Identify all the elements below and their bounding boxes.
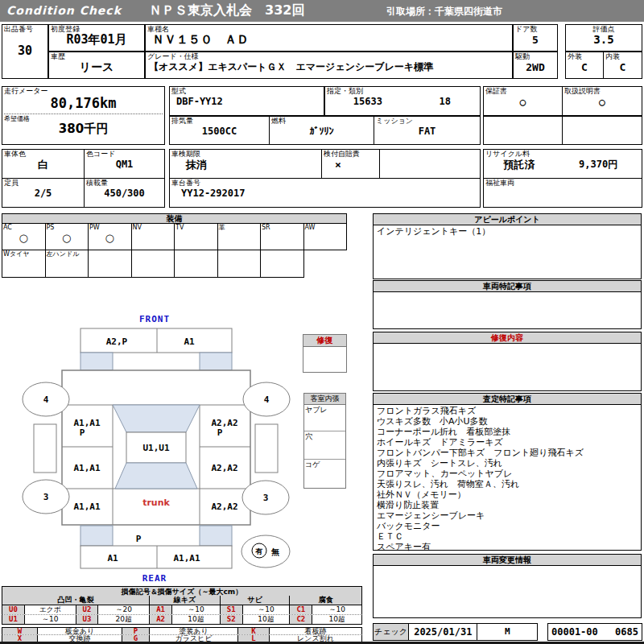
legend-code: C1: [290, 605, 312, 614]
equipment-cell-empty: [218, 250, 262, 277]
doors-label: ドア数: [514, 25, 557, 34]
assessment-line: フロアマット、カーペットヤブレ: [377, 469, 638, 479]
assessment-notes-list: フロントガラス飛石キズ ウスキズ多数 小A小U多数 コーナーポール折れ 看板部塗…: [374, 405, 641, 553]
sheet-code: 00001-00: [548, 624, 598, 640]
left-front-door-damage: A1,A1: [73, 418, 100, 428]
exterior-grade-value: C: [566, 61, 603, 73]
legend-mark-row-1: W 板金あり P 塗装あり K 看板跡: [2, 627, 362, 635]
equipment-cell-sr: SR: [261, 224, 304, 250]
drive-value: 2WD: [514, 61, 557, 73]
pickup-location: 引取場所：千葉県四街道市: [386, 5, 502, 19]
model-code-value: DBF-YY12: [170, 96, 324, 108]
designation-value-2: 18: [411, 96, 480, 108]
designation-label: 指定・類別: [325, 87, 480, 96]
front-label: FRONT: [139, 314, 170, 324]
header-bar: Condition Check ＮＰＳ東京入札会 332回 引取場所：千葉県四街…: [0, 0, 644, 22]
legend-code: A1: [150, 605, 172, 614]
first-registration-cell: 初度登録 R03年01月: [48, 24, 145, 52]
displacement-value: 1500CC: [170, 126, 269, 138]
legend-code: K: [238, 628, 270, 634]
interior-grade-value: C: [604, 61, 642, 73]
legend-value: ～20: [98, 605, 150, 614]
welfare-vehicle-cell: 福祉車両: [483, 178, 642, 208]
model-name-cell: 車種名 ＮＶ１５０ ＡＤ: [145, 24, 513, 52]
warranty-label: 保証書: [484, 87, 562, 96]
empty-cell: [379, 149, 481, 179]
model-name-value: ＮＶ１５０ ＡＤ: [146, 34, 512, 46]
change-info-text: [374, 566, 641, 568]
legend-code: S2: [221, 615, 243, 624]
grade-value: 【オススメ】エキスパートＧＸ エマージェンシーブレーキ標準: [146, 61, 512, 73]
repair-flag-header: 修復: [303, 335, 346, 347]
grade-label: グレード・仕様: [146, 52, 512, 61]
welfare-vehicle-label: 福祉車両: [484, 179, 642, 188]
equipment-mark: ○: [89, 231, 131, 246]
legend-group-dents: 凸凹・亀裂: [2, 596, 150, 605]
color-code-value: QM1: [85, 159, 164, 171]
model-code-cell: 型式 DBF-YY12: [169, 86, 324, 116]
front-bumper-left-damage: A2,P: [106, 336, 128, 347]
chassis-number-value: YY12-292017: [170, 188, 480, 200]
cabin-row-burn: コゲ: [304, 460, 345, 489]
assessment-line: フロントバンパー下部キズ フロント廻り飛石キズ: [377, 448, 638, 458]
legend-code: W: [2, 628, 38, 634]
rear-corner-right: [200, 526, 232, 546]
score-cell: 評価点 3.5: [565, 24, 642, 52]
equipment-label: AW: [304, 224, 347, 231]
lot-number-value: 30: [2, 45, 47, 57]
legend-code: U3: [76, 615, 99, 624]
assessment-line: エマージェンシーブレーキ: [377, 510, 638, 521]
equipment-mark: ○: [2, 231, 45, 246]
assessment-line: ＥＴＣ: [377, 531, 638, 542]
equipment-label: 革: [218, 224, 261, 231]
car-damage-diagram: FRONT A2,P A1 A1,A1 P A2,A2 P: [4, 312, 306, 586]
legend-group-corrosion: 腐食: [290, 596, 361, 605]
drive-cell: 駆動 2WD: [513, 52, 558, 79]
equipment-cell-wtire: Wタイヤ: [2, 250, 46, 277]
legend-value: 20超: [98, 615, 150, 624]
legend-data-row-2: U1 ～10 U3 20超 A2 10超 S2 10超 C2 10超: [2, 615, 362, 625]
fuel-value: ｶﾞｿﾘﾝ: [270, 126, 374, 138]
transmission-cell: ミッション FAT: [374, 116, 481, 145]
chassis-number-label: 車台番号: [170, 179, 480, 188]
fuel-label: 燃料: [270, 117, 374, 126]
manual-label: 取扱説明書: [563, 87, 642, 96]
color-code-label: 色コード: [85, 150, 164, 159]
equipment-label: TV: [175, 224, 217, 231]
equipment-label: SR: [261, 224, 303, 231]
transmission-value: FAT: [374, 126, 480, 138]
cabin-lining-header: 客室内張: [304, 394, 345, 405]
assessment-line: 内張りキズ シートスレ、汚れ: [377, 458, 638, 469]
equipment-cell-empty: [261, 250, 303, 277]
load-capacity-label: 積載量: [85, 179, 164, 188]
interior-grade-label: 内装: [604, 52, 642, 61]
warranty-cell: 保証書 ○: [483, 86, 563, 116]
chassis-number-cell: 車台番号 YY12-292017: [169, 178, 481, 208]
recycle-status-value: 預託済: [484, 159, 555, 171]
body-color-cell: 車体色 白: [2, 149, 85, 179]
capacity-cell: 定員 2/5: [2, 178, 85, 208]
left-rear-door-damage: A1,A1: [73, 463, 100, 473]
right-front-door-damage: A2,A2: [211, 418, 237, 428]
legend-group-scratches: 線キズ: [150, 596, 221, 605]
legend-value: エクボ: [25, 605, 76, 614]
equipment-cell-tv: TV: [175, 224, 218, 250]
price-value: 380千円: [2, 123, 164, 135]
wheel-right: [255, 424, 278, 473]
right-front-door-damage-2: P: [217, 427, 223, 438]
recycle-fee-label: リサイクル料: [484, 150, 642, 159]
load-capacity-cell: 積載量 450/300: [84, 178, 165, 208]
equipment-cell-leather: 革: [218, 224, 262, 250]
repair-detail-text: [374, 344, 641, 345]
assessment-line: 社外ＮＶ（メモリー）: [377, 489, 638, 500]
equipment-label: PS: [46, 224, 89, 231]
front-bumper-right-damage: A1: [184, 336, 195, 347]
brand-logo: Condition Check: [6, 4, 122, 17]
check-row: チェック 2025/01/31 M: [373, 623, 538, 641]
vehicle-notes-text: [374, 292, 641, 294]
equipment-cell-ps: PS○: [46, 224, 89, 250]
spare-no-label: 無: [270, 547, 279, 556]
legend-value: 板金あり: [38, 628, 122, 634]
repair-flag-box: 修復: [303, 334, 347, 373]
capacity-value: 2/5: [2, 188, 84, 200]
